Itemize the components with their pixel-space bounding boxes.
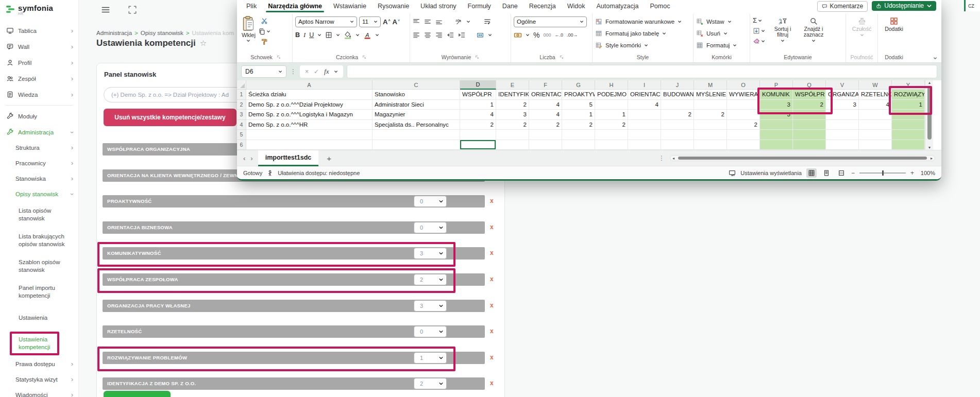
cell-F1[interactable]: ORIENTAC bbox=[529, 90, 562, 100]
align-top-icon[interactable] bbox=[413, 18, 420, 25]
ribbon-tab-narzędzia-główne[interactable]: Narzędzia główne bbox=[268, 0, 322, 12]
accessibility-icon[interactable] bbox=[266, 169, 274, 177]
scroll-right-icon[interactable]: ▸ bbox=[931, 156, 933, 161]
horizontal-scrollbar[interactable]: ◂ ▸ bbox=[670, 155, 935, 161]
cell-P5[interactable] bbox=[760, 130, 793, 140]
column-header-J[interactable]: J bbox=[661, 80, 694, 90]
sidebar-item-lista-brakujących-opisów-stanowisk[interactable]: Lista brakujących opisów stanowisk bbox=[0, 228, 78, 253]
remove-competency-button[interactable]: x bbox=[490, 223, 494, 231]
cell-O1[interactable]: WYWIERA bbox=[727, 90, 760, 100]
sidebar-item-ustawienia-kompetencji[interactable]: Ustawienia kompetencji bbox=[0, 331, 78, 356]
cell-W1[interactable]: RZETELNO bbox=[859, 90, 892, 100]
number-format-select[interactable]: Ogólne bbox=[514, 16, 587, 27]
align-center-icon[interactable] bbox=[424, 31, 431, 39]
cell-G5[interactable] bbox=[562, 130, 595, 140]
delete-cells-button[interactable]: Usuń bbox=[696, 28, 747, 39]
remove-competency-button[interactable]: x bbox=[490, 275, 494, 283]
chevron-down-icon[interactable] bbox=[758, 19, 762, 23]
increase-decimal-button[interactable]: ←.0 bbox=[554, 32, 563, 38]
sidebar-item-panel-importu-kompetencji[interactable]: Panel importu kompetencji bbox=[0, 279, 78, 305]
font-name-select[interactable]: Aptos Narrow bbox=[295, 16, 357, 27]
cell-D3[interactable]: 4 bbox=[460, 110, 496, 120]
cell-J5[interactable] bbox=[661, 130, 694, 140]
sort-filter-button[interactable]: AZ Sortuj i filtruj bbox=[769, 15, 796, 43]
cell-J2[interactable] bbox=[661, 100, 694, 110]
remove-competency-button[interactable]: x bbox=[490, 354, 494, 361]
cell-I5[interactable] bbox=[628, 130, 661, 140]
chevron-down-icon[interactable] bbox=[336, 33, 340, 37]
save-button[interactable] bbox=[104, 391, 171, 397]
breadcrumb-item-administracja[interactable]: Administracja bbox=[96, 30, 132, 36]
cell-E6[interactable] bbox=[496, 140, 529, 150]
dialog-launcher-icon[interactable] bbox=[475, 55, 479, 59]
cell-styles-button[interactable]: Style komórki bbox=[595, 40, 690, 50]
zoom-in-button[interactable]: + bbox=[910, 169, 914, 177]
merge-center-icon[interactable] bbox=[477, 31, 484, 39]
increase-font-button[interactable]: A˄ bbox=[383, 18, 390, 26]
sidebar-item-profil[interactable]: Profil› bbox=[0, 55, 78, 71]
clear-icon[interactable] bbox=[753, 38, 760, 45]
column-header-H[interactable]: H bbox=[595, 80, 628, 90]
scrollbar-options-icon[interactable]: ⋮ bbox=[658, 154, 665, 162]
format-as-table-button[interactable]: Formatuj jako tabelę bbox=[595, 28, 690, 39]
competency-level-select[interactable]: 3 bbox=[414, 248, 447, 259]
sidebar-item-statystyka-wizyt[interactable]: Statystyka wizyt› bbox=[0, 372, 78, 387]
sidebar-item-moduły[interactable]: Moduły bbox=[0, 108, 78, 124]
ribbon-tab-recenzja[interactable]: Recenzja bbox=[529, 0, 556, 12]
scroll-up-icon[interactable]: ▲ bbox=[925, 81, 934, 84]
cell-O4[interactable]: 2 bbox=[727, 120, 760, 130]
accounting-format-icon[interactable] bbox=[514, 31, 522, 39]
sidebar-item-ustawienia[interactable]: Ustawienia bbox=[0, 305, 78, 331]
borders-icon[interactable] bbox=[325, 31, 332, 39]
app-logo[interactable]: symfonia HR bbox=[5, 4, 53, 15]
remove-competency-button[interactable]: x bbox=[490, 379, 494, 387]
align-right-icon[interactable] bbox=[435, 31, 443, 39]
cell-H2[interactable] bbox=[595, 100, 628, 110]
column-header-C[interactable]: C bbox=[373, 80, 460, 90]
cell-A5[interactable] bbox=[246, 130, 373, 140]
cell-A3[interactable]: Demo Sp. z o.o.^^^Logistyka i Magazyn bbox=[246, 110, 373, 120]
font-size-select[interactable]: 11 bbox=[359, 16, 381, 27]
align-bottom-icon[interactable] bbox=[435, 18, 443, 25]
sidebar-item-wiedza[interactable]: Wiedza› bbox=[0, 87, 78, 102]
competency-level-select[interactable]: 1 bbox=[414, 352, 447, 364]
sidebar-item-pracownicy[interactable]: Pracownicy› bbox=[0, 156, 78, 171]
scroll-down-icon[interactable]: ▼ bbox=[925, 146, 934, 149]
cell-V6[interactable] bbox=[826, 140, 859, 150]
ribbon-tab-wstawianie[interactable]: Wstawianie bbox=[333, 0, 366, 12]
cell-W3[interactable] bbox=[859, 110, 892, 120]
column-header-G[interactable]: G bbox=[562, 80, 595, 90]
cancel-button[interactable]: × bbox=[305, 68, 309, 75]
chevron-down-icon[interactable] bbox=[356, 33, 360, 37]
row-header-3[interactable]: 3 bbox=[237, 110, 246, 120]
decrease-font-button[interactable]: A˅ bbox=[392, 18, 399, 26]
decrease-decimal-button[interactable]: .00→ bbox=[567, 32, 578, 38]
cell-O3[interactable] bbox=[727, 110, 760, 120]
row-header-2[interactable]: 2 bbox=[237, 100, 246, 110]
cell-W6[interactable] bbox=[859, 140, 892, 150]
align-middle-icon[interactable] bbox=[424, 18, 431, 25]
column-header-F[interactable]: F bbox=[529, 80, 562, 90]
fill-color-icon[interactable] bbox=[344, 31, 352, 39]
cell-Y6[interactable] bbox=[892, 140, 925, 150]
column-header-A[interactable]: A bbox=[246, 80, 373, 90]
cell-F4[interactable]: 2 bbox=[529, 120, 562, 130]
select-all-corner[interactable] bbox=[237, 80, 246, 90]
cell-H1[interactable]: PODEJMO bbox=[595, 90, 628, 100]
conditional-formatting-button[interactable]: Formatowanie warunkowe bbox=[595, 16, 690, 27]
sidebar-item-tablica[interactable]: Tablica› bbox=[0, 23, 78, 39]
cell-Y4[interactable] bbox=[892, 120, 925, 130]
previous-sheet-icon[interactable]: ‹ bbox=[243, 154, 245, 162]
horizontal-scroll-thumb[interactable] bbox=[678, 157, 927, 160]
cell-M2[interactable] bbox=[694, 100, 727, 110]
cell-D2[interactable]: 1 bbox=[460, 100, 496, 110]
scroll-left-icon[interactable]: ◂ bbox=[672, 156, 674, 161]
sidebar-item-stanowiska[interactable]: Stanowiska› bbox=[0, 171, 78, 186]
underline-button[interactable]: U bbox=[309, 31, 314, 39]
next-sheet-icon[interactable]: › bbox=[250, 154, 252, 162]
cell-C4[interactable]: Specjalista ds.. Personalnyc bbox=[373, 120, 460, 130]
cell-O2[interactable] bbox=[727, 100, 760, 110]
cell-H4[interactable]: 2 bbox=[595, 120, 628, 130]
cell-W4[interactable] bbox=[859, 120, 892, 130]
fullscreen-icon[interactable] bbox=[128, 5, 137, 14]
